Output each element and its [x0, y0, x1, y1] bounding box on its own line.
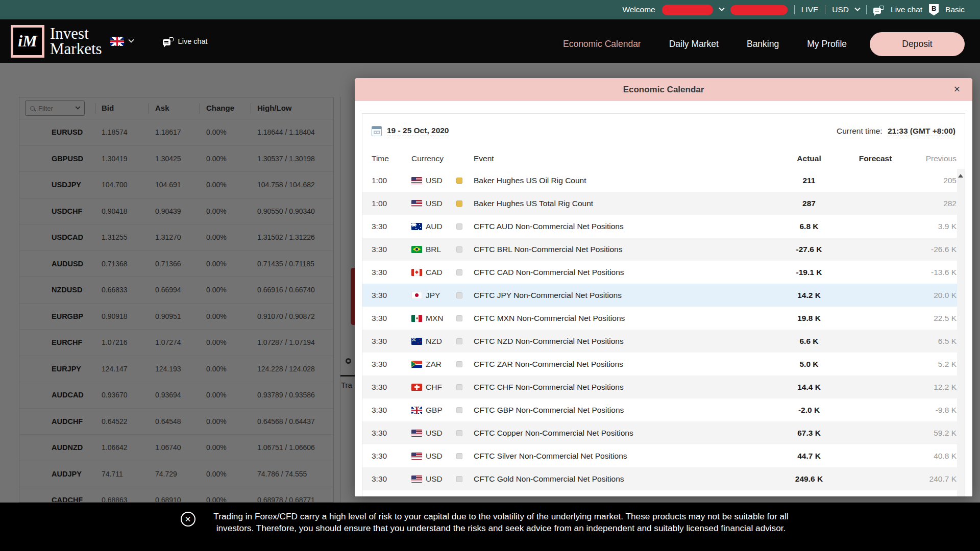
previous-cell: 282 — [906, 199, 965, 208]
redacted-account-balance — [730, 5, 788, 15]
header-live-chat[interactable]: Live chat — [163, 37, 208, 45]
previous-cell: 40.8 K — [906, 452, 965, 461]
calendar-event-row: 3:30AUDCFTC AUD Non-Commercial Net Posit… — [362, 215, 965, 238]
calendar-event-row: 3:30ZARCFTC ZAR Non-Commercial Net Posit… — [362, 353, 965, 375]
welcome-label: Welcome — [622, 5, 655, 14]
calendar-column-headers: Time Currency Event Actual Forecast Prev… — [362, 148, 965, 169]
importance-cell — [456, 246, 474, 253]
currency-cell: BRL — [401, 245, 456, 254]
actual-cell: 287 — [773, 199, 845, 208]
event-name-cell: Baker Hughes US Oil Rig Count — [474, 176, 773, 185]
importance-cell — [456, 476, 474, 482]
time-cell: 3:30 — [362, 452, 401, 461]
current-time-label: Current time: — [837, 127, 883, 135]
us-flag-icon — [411, 475, 422, 483]
importance-cell — [456, 407, 474, 413]
importance-icon — [456, 246, 462, 253]
column-header-forecast: Forecast — [845, 154, 906, 163]
za-flag-icon — [411, 361, 422, 368]
jp-flag-icon — [411, 292, 422, 299]
actual-cell: -19.1 K — [773, 268, 845, 277]
previous-cell: -13.6 K — [906, 268, 965, 277]
currency-code: JPY — [426, 291, 440, 300]
importance-icon — [456, 476, 462, 482]
previous-cell: 22.5 K — [906, 314, 965, 323]
chat-icon — [873, 6, 884, 14]
importance-cell — [456, 223, 474, 230]
importance-cell — [456, 384, 474, 390]
currency-code: BRL — [426, 245, 441, 254]
close-icon[interactable]: × — [950, 82, 964, 96]
chevron-down-icon[interactable] — [719, 6, 724, 11]
calendar-body: 1:00USDBaker Hughes US Oil Rig Count2112… — [362, 169, 965, 496]
account-type-badge[interactable]: Basic — [945, 5, 965, 14]
importance-icon — [456, 269, 462, 276]
currency-code: USD — [426, 429, 443, 438]
event-name-cell: CFTC GBP Non-Commercial Net Positions — [474, 406, 773, 415]
uk-flag-icon — [110, 37, 124, 46]
currency-cell: USD — [401, 474, 456, 484]
mx-flag-icon — [411, 315, 422, 322]
gb-flag-icon — [411, 407, 422, 414]
currency-code: USD — [426, 474, 443, 484]
live-mode-label: LIVE — [801, 5, 819, 14]
nav-link-daily-market[interactable]: Daily Market — [669, 39, 719, 49]
chevron-down-icon[interactable] — [854, 6, 860, 11]
actual-cell: -2.0 K — [773, 406, 845, 415]
divider — [825, 5, 825, 14]
previous-cell: 3.9 K — [906, 222, 965, 231]
brand-logo[interactable]: iM — [11, 25, 44, 58]
time-cell: 3:30 — [362, 360, 401, 369]
modal-header: Economic Calendar × — [355, 78, 972, 101]
risk-disclaimer-bar: ✕ Trading in Forex/CFD carry a high leve… — [0, 503, 980, 551]
actual-cell: 14.2 K — [773, 291, 845, 300]
currency-selector[interactable]: USD — [832, 5, 849, 14]
calendar-event-row: 3:30USDCFTC Silver Non-Commercial Net Po… — [362, 444, 965, 467]
nz-flag-icon — [411, 338, 422, 345]
previous-cell: 12.2 K — [906, 383, 965, 392]
importance-icon — [456, 361, 462, 367]
calendar-event-row: 3:30CADCFTC CAD Non-Commercial Net Posit… — [362, 261, 965, 284]
chat-icon — [163, 37, 174, 45]
previous-cell: 20.0 K — [906, 291, 965, 300]
nav-link-my-profile[interactable]: My Profile — [807, 39, 847, 49]
event-name-cell: CFTC NZD Non-Commercial Net Positions — [474, 337, 773, 346]
currency-code: USD — [426, 452, 443, 461]
actual-cell: 6.8 K — [773, 222, 845, 231]
deposit-button[interactable]: Deposit — [870, 32, 965, 56]
time-cell: 3:30 — [362, 314, 401, 323]
redacted-account-name[interactable] — [662, 5, 713, 15]
calendar-event-row: 1:00USDBaker Hughes US Oil Rig Count2112… — [362, 169, 965, 192]
currency-code: CAD — [426, 268, 443, 277]
currency-code: GBP — [426, 406, 443, 415]
currency-cell: USD — [401, 176, 456, 185]
importance-icon — [456, 430, 462, 436]
calendar-event-row: 3:30MXNCFTC MXN Non-Commercial Net Posit… — [362, 307, 965, 330]
nav-link-banking[interactable]: Banking — [747, 39, 779, 49]
us-flag-icon — [411, 200, 422, 207]
previous-cell: 6.5 K — [906, 337, 965, 346]
event-name-cell: CFTC Copper Non-Commercial Net Positions — [474, 429, 773, 438]
brand-wordmark[interactable]: Invest Markets — [50, 26, 102, 57]
live-chat-link[interactable]: Live chat — [891, 5, 922, 14]
scrollbar[interactable] — [957, 169, 965, 496]
modal-title: Economic Calendar — [623, 85, 704, 95]
event-name-cell: CFTC AUD Non-Commercial Net Positions — [474, 222, 773, 231]
importance-cell — [456, 201, 474, 207]
currency-cell: CAD — [401, 268, 456, 277]
previous-cell: 205 — [906, 176, 965, 185]
chevron-down-icon — [128, 37, 134, 42]
time-cell: 3:30 — [362, 429, 401, 438]
circled-x-icon: ✕ — [181, 512, 195, 527]
top-account-bar: Welcome LIVE USD Live chat B Basic — [0, 0, 980, 19]
time-cell: 3:30 — [362, 406, 401, 415]
current-time-value[interactable]: 21:33 (GMT +8:00) — [888, 127, 955, 136]
calendar-event-row: 3:30CHFCFTC CHF Non-Commercial Net Posit… — [362, 375, 965, 398]
currency-cell: NZD — [401, 337, 456, 346]
importance-icon — [456, 292, 462, 298]
language-selector[interactable] — [110, 37, 133, 46]
importance-cell — [456, 292, 474, 298]
date-range-selector[interactable]: 19 - 25 Oct, 2020 — [387, 126, 449, 136]
event-name-cell: CFTC JPY Non-Commercial Net Positions — [474, 291, 773, 300]
nav-link-economic-calendar[interactable]: Economic Calendar — [563, 39, 641, 49]
